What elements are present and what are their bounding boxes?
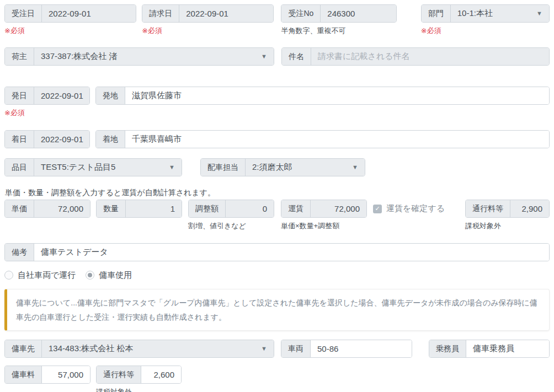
adjustment-label: 調整額: [189, 200, 226, 217]
arrival-date-label: 着日: [5, 131, 34, 148]
department-group: 部門 10-1:本社 ▼: [421, 4, 550, 23]
charter-toll-input[interactable]: 2,600: [141, 366, 181, 383]
charter-info-text: 傭車先について...傭車先に部門マスタで「グループ内傭車先」として設定された傭車…: [16, 298, 537, 321]
unit-price-group: 単価 72,000: [4, 200, 90, 218]
unit-price-input[interactable]: 72,000: [34, 200, 90, 217]
quantity-group: 数量 1: [96, 200, 182, 218]
chevron-down-icon: ▼: [531, 10, 542, 17]
order-no-label: 受注No: [281, 5, 321, 22]
chevron-down-icon: ▼: [163, 164, 175, 170]
operation-type-radios: 自社車両で運行 傭車使用: [4, 270, 550, 281]
order-no-group: 受注No 246300: [281, 4, 396, 23]
chevron-down-icon: ▼: [255, 346, 267, 352]
row-arrival: 着日 2022-09-01 着地 千葉県喜嶋市: [4, 130, 550, 148]
dispatcher-value: 2:須磨太郎: [252, 162, 292, 173]
required-note: ※必須: [4, 108, 90, 118]
dispatcher-group: 配車担当 2:須磨太郎 ▼: [200, 158, 365, 176]
subject-group: 件名 請求書に記載される件名: [281, 47, 550, 66]
departure-date-label: 発日: [5, 87, 34, 104]
toll-label: 通行料等: [466, 200, 510, 217]
fare-fixed-label: 運賃を確定する: [386, 203, 445, 214]
subject-placeholder: 請求書に記載される件名: [318, 51, 409, 62]
adjustment-note: 割増、値引きなど: [188, 221, 274, 231]
department-label: 部門: [422, 5, 451, 22]
radio-own-vehicle[interactable]: 自社車両で運行: [4, 270, 76, 281]
order-date-group: 受注日 2022-09-01: [4, 4, 136, 23]
shipper-value: 337-387:株式会社 渚: [41, 51, 117, 62]
fare-autocalc-hint: 単価・数量・調整額を入力すると運賃が自動計算されます。: [5, 188, 550, 197]
chevron-down-icon: ▼: [347, 164, 358, 170]
radio-unchecked-icon: [4, 271, 13, 280]
item-select[interactable]: TEST5:テスト品目5 ▼: [34, 159, 182, 176]
quantity-input[interactable]: 1: [126, 200, 182, 217]
required-note: ※必須: [4, 26, 136, 36]
order-no-note: 半角数字、重複不可: [281, 26, 396, 36]
item-group: 品目 TEST5:テスト品目5 ▼: [4, 158, 182, 176]
radio-charter-use[interactable]: 傭車使用: [86, 270, 132, 281]
dispatcher-label: 配車担当: [201, 159, 246, 176]
order-date-label: 受注日: [5, 5, 42, 22]
required-note: ※必須: [421, 26, 550, 36]
chevron-down-icon: ▼: [255, 53, 267, 60]
fare-group: 運賃 72,000: [281, 200, 367, 218]
charter-to-group: 傭車先 134-483:株式会社 松本 ▼: [4, 340, 274, 358]
billing-date-group: 請求日 2022-09-01: [142, 4, 274, 23]
arrival-date-group: 着日 2022-09-01: [4, 130, 90, 148]
arrival-place-label: 着地: [96, 131, 125, 148]
charter-to-value: 134-483:株式会社 松本: [49, 343, 133, 354]
vehicle-label: 車両: [281, 340, 311, 357]
row-departure: 発日 2022-09-01 ※必須 発地 滋賀県佐藤市: [4, 87, 550, 118]
toll-note: 課税対象外: [465, 221, 550, 231]
row-remarks: 備考 傭車テストデータ: [4, 243, 550, 261]
radio-charter-use-label: 傭車使用: [99, 270, 132, 281]
crew-input[interactable]: 傭車乗務員: [466, 340, 549, 357]
charter-to-label: 傭車先: [5, 340, 42, 357]
departure-place-label: 発地: [96, 87, 125, 104]
departure-date-group: 発日 2022-09-01: [4, 87, 90, 105]
required-note: ※必須: [142, 26, 274, 36]
charter-toll-note: 課税対象外: [96, 387, 182, 392]
row-charter-fee: 傭車料 57,000 通行料等 2,600 課税対象外: [4, 366, 550, 392]
fare-label: 運賃: [281, 200, 311, 217]
charter-to-select[interactable]: 134-483:株式会社 松本 ▼: [42, 340, 274, 357]
radio-own-vehicle-label: 自社車両で運行: [18, 270, 76, 281]
order-no-input[interactable]: 246300: [321, 5, 396, 22]
arrival-place-input[interactable]: 千葉県喜嶋市: [125, 131, 549, 148]
subject-input[interactable]: 請求書に記載される件名: [311, 48, 549, 65]
charter-fee-label: 傭車料: [5, 366, 42, 383]
charter-fee-input[interactable]: 57,000: [42, 366, 90, 383]
vehicle-input[interactable]: 50-86: [311, 340, 412, 357]
row-order-header: 受注日 2022-09-01 ※必須 請求日 2022-09-01 ※必須 受注…: [4, 4, 550, 36]
charter-fee-group: 傭車料 57,000: [4, 366, 90, 384]
row-charter: 傭車先 134-483:株式会社 松本 ▼ 車両 50-86 乗務員 傭車乗務員: [4, 340, 550, 358]
dispatcher-select[interactable]: 2:須磨太郎 ▼: [246, 159, 365, 176]
fare-fixed-checkbox: ✓ 運賃を確定する: [373, 200, 445, 218]
billing-date-label: 請求日: [142, 5, 179, 22]
charter-toll-label: 通行料等: [97, 366, 141, 383]
adjustment-input[interactable]: 0: [226, 200, 274, 217]
remarks-label: 備考: [5, 244, 34, 261]
order-date-input[interactable]: 2022-09-01: [42, 5, 136, 22]
shipper-select[interactable]: 337-387:株式会社 渚 ▼: [34, 48, 274, 65]
remarks-input[interactable]: 傭車テストデータ: [34, 244, 549, 261]
adjustment-group: 調整額 0: [188, 200, 274, 218]
fare-input[interactable]: 72,000: [311, 200, 366, 217]
departure-date-input[interactable]: 2022-09-01: [34, 87, 89, 104]
departure-place-input[interactable]: 滋賀県佐藤市: [125, 87, 549, 104]
arrival-date-input[interactable]: 2022-09-01: [34, 131, 89, 148]
quantity-label: 数量: [97, 200, 126, 217]
item-value: TEST5:テスト品目5: [41, 162, 115, 173]
billing-date-input[interactable]: 2022-09-01: [179, 5, 273, 22]
vehicle-group: 車両 50-86: [281, 340, 412, 358]
departure-place-group: 発地 滋賀県佐藤市: [95, 87, 550, 105]
department-select[interactable]: 10-1:本社 ▼: [451, 5, 549, 22]
checkbox-checked-icon: ✓: [373, 205, 382, 213]
toll-group: 通行料等 2,900: [465, 200, 550, 218]
crew-label: 乗務員: [429, 340, 466, 357]
item-label: 品目: [5, 159, 34, 176]
toll-input[interactable]: 2,900: [510, 200, 549, 217]
crew-group: 乗務員 傭車乗務員: [429, 340, 550, 358]
order-form: 受注日 2022-09-01 ※必須 請求日 2022-09-01 ※必須 受注…: [0, 0, 554, 392]
shipper-group: 荷主 337-387:株式会社 渚 ▼: [4, 47, 274, 66]
unit-price-label: 単価: [5, 200, 34, 217]
